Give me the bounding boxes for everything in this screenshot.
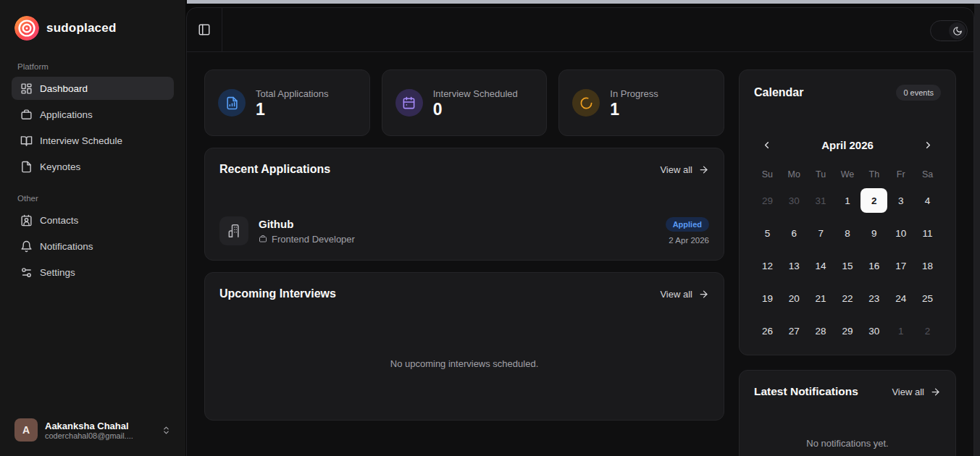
interviews-view-all-button[interactable]: View all (660, 289, 709, 300)
sidebar-toggle-button[interactable] (193, 19, 215, 41)
stats-row: Total Applications 1 Interview Scheduled… (204, 69, 724, 136)
vertical-scrollbar[interactable] (974, 4, 980, 456)
calendar-day[interactable]: 21 (808, 286, 834, 311)
top-header (187, 8, 973, 52)
user-menu[interactable]: A Aakanksha Chahal coderchahal08@gmail..… (9, 413, 177, 447)
calendar-day[interactable]: 10 (887, 221, 914, 245)
calendar-day[interactable]: 15 (834, 253, 861, 278)
horizontal-scrollbar[interactable] (187, 0, 980, 4)
calendar-day[interactable]: 3 (887, 188, 914, 213)
chevrons-up-down-icon (162, 426, 171, 435)
sliders-icon (20, 266, 33, 279)
theme-toggle[interactable] (930, 20, 968, 41)
calendar-day[interactable]: 26 (754, 318, 781, 343)
bell-icon (20, 240, 33, 253)
sidebar-item-dashboard[interactable]: Dashboard (12, 77, 174, 100)
latest-notifications-card: Latest Notifications View all No notific… (739, 370, 956, 456)
calendar-day[interactable]: 13 (781, 253, 808, 278)
view-all-label: View all (892, 387, 924, 397)
brand[interactable]: sudoplaced (0, 10, 185, 46)
file-icon (20, 161, 33, 173)
calendar-day[interactable]: 6 (781, 221, 808, 245)
notifications-empty-text: No notifications yet. (754, 438, 941, 449)
arrow-right-icon (930, 387, 941, 397)
loader-icon (572, 89, 600, 117)
brand-name: sudoplaced (46, 21, 116, 35)
stat-value: 1 (256, 101, 328, 118)
sidebar-item-label: Interview Schedule (40, 135, 122, 146)
recent-applications-card: Recent Applications View all Github (204, 148, 724, 261)
sidebar-group-other-label: Other (0, 194, 185, 203)
calendar-day[interactable]: 18 (914, 253, 941, 278)
stat-label: In Progress (610, 88, 658, 99)
calendar-day[interactable]: 4 (914, 188, 941, 213)
calendar-day[interactable]: 5 (754, 221, 781, 245)
calendar-day[interactable]: 28 (808, 318, 834, 343)
calendar-icon (395, 89, 423, 117)
calendar-day[interactable]: 31 (808, 188, 834, 213)
calendar-day[interactable]: 2 (914, 318, 941, 343)
calendar-day[interactable]: 1 (834, 188, 861, 213)
stat-value: 0 (433, 101, 518, 118)
calendar-day[interactable]: 7 (808, 221, 834, 245)
calendar-day[interactable]: 20 (781, 286, 808, 311)
upcoming-interviews-title: Upcoming Interviews (219, 287, 336, 300)
weekday-label: We (834, 169, 861, 180)
sidebar-item-label: Applications (40, 109, 93, 120)
calendar-prev-button[interactable] (758, 137, 775, 153)
sidebar-item-applications[interactable]: Applications (12, 103, 174, 126)
interviews-empty-text: No upcoming interviews scheduled. (390, 358, 539, 369)
stat-card-in-progress: In Progress 1 (558, 69, 724, 136)
sidebar-item-settings[interactable]: Settings (12, 261, 174, 284)
sidebar-item-label: Notifications (40, 241, 93, 252)
sidebar-item-label: Dashboard (40, 83, 88, 94)
calendar-day[interactable]: 1 (887, 318, 914, 343)
calendar-day[interactable]: 12 (754, 253, 781, 278)
view-all-label: View all (660, 164, 692, 175)
calendar-day[interactable]: 17 (887, 253, 914, 278)
application-row[interactable]: Github Frontend Developer Applied 2 Apr … (219, 216, 709, 245)
view-all-label: View all (660, 289, 692, 300)
calendar-day[interactable]: 16 (860, 253, 887, 278)
sidebar-group-platform-label: Platform (0, 62, 185, 71)
sidebar-nav-platform: Dashboard Applications Interview Schedul… (0, 77, 185, 178)
building-icon (219, 216, 248, 245)
sidebar-item-notifications[interactable]: Notifications (12, 235, 174, 258)
weekday-label: Fr (887, 169, 914, 180)
sidebar-nav-other: Contacts Notifications Settings (0, 208, 185, 284)
weekday-label: Mo (781, 169, 808, 180)
calendar-day[interactable]: 22 (834, 286, 861, 311)
calendar-day[interactable]: 24 (887, 286, 914, 311)
calendar-day[interactable]: 14 (808, 253, 834, 278)
contact-card-icon (20, 214, 33, 227)
recent-view-all-button[interactable]: View all (660, 164, 709, 175)
layout-dashboard-icon (20, 83, 33, 95)
calendar-day[interactable]: 29 (834, 318, 861, 343)
briefcase-small-icon (259, 235, 267, 243)
stat-label: Interview Scheduled (433, 88, 518, 99)
calendar-day[interactable]: 9 (860, 221, 887, 245)
recent-applications-title: Recent Applications (219, 163, 330, 176)
calendar-month-label: April 2026 (821, 139, 874, 151)
user-name: Aakanksha Chahal (45, 421, 154, 431)
calendar-next-button[interactable] (920, 137, 937, 153)
sidebar-item-keynotes[interactable]: Keynotes (12, 155, 174, 178)
sidebar-item-interview-schedule[interactable]: Interview Schedule (12, 129, 174, 152)
notifications-view-all-button[interactable]: View all (892, 387, 941, 397)
calendar-day[interactable]: 29 (754, 188, 781, 213)
calendar-day[interactable]: 30 (860, 318, 887, 343)
calendar-day[interactable]: 2 (860, 188, 887, 213)
arrow-right-icon (698, 164, 709, 175)
calendar-day[interactable]: 25 (914, 286, 941, 311)
weekday-label: Su (754, 169, 781, 180)
weekday-label: Tu (808, 169, 834, 180)
sidebar-item-label: Keynotes (40, 161, 80, 172)
calendar-day[interactable]: 11 (914, 221, 941, 245)
file-chart-icon (218, 89, 246, 117)
sidebar-item-contacts[interactable]: Contacts (12, 208, 174, 232)
calendar-day[interactable]: 27 (781, 318, 808, 343)
calendar-day[interactable]: 30 (781, 188, 808, 213)
calendar-day[interactable]: 23 (860, 286, 887, 311)
calendar-day[interactable]: 8 (834, 221, 861, 245)
calendar-day[interactable]: 19 (754, 286, 781, 311)
